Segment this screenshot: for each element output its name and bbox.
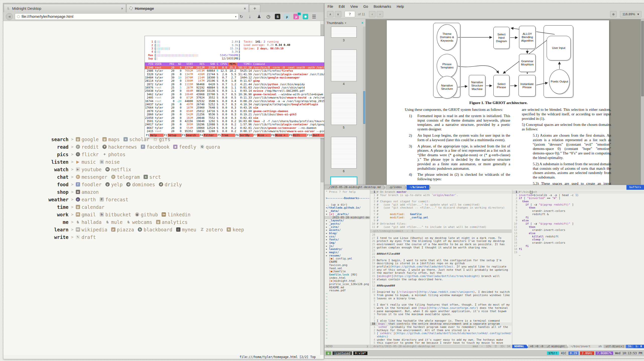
fkey-f1[interactable]: F1Help: [146, 134, 164, 137]
process-row[interactable]: 3320tyler2001347M436M21744S2.65.551:41.5…: [145, 73, 334, 76]
maps-link[interactable]: gmaps: [102, 137, 120, 142]
flashstopper-icon[interactable]: ✱: [303, 14, 308, 19]
drizly-link[interactable]: ddrizly: [159, 182, 182, 187]
process-row[interactable]: 21050tyler200182M206487552S0.00.30:02.43…: [145, 116, 334, 120]
foodler-link[interactable]: ffoodler: [76, 182, 102, 187]
process-row[interactable]: 17664tyler200187M259607648S0.00.30:43.16…: [145, 106, 334, 109]
process-row[interactable]: 28114tyler2001380M147M25196S0.01.80:11.6…: [145, 79, 334, 82]
fkey-f2[interactable]: F2Setup: [164, 134, 181, 137]
url-text[interactable]: file:///home/tyler/homepage.html: [22, 15, 233, 19]
zotero-link[interactable]: Zzotero: [200, 227, 223, 232]
gmail-link[interactable]: Mgmail: [76, 212, 96, 217]
column-header-command[interactable]: Command: [253, 62, 334, 66]
column-header-ni[interactable]: NI: [175, 62, 182, 66]
byobu-logo[interactable]: u: [326, 351, 331, 355]
process-row[interactable]: 24017tyler200305M1929612088S0.00.21:57.9…: [145, 123, 334, 126]
feedly-link[interactable]: ◆feedly: [173, 144, 196, 150]
webcams-link[interactable]: ♞webcams: [126, 219, 152, 225]
tmux-window-0-vim[interactable]: 0:vim*: [353, 351, 367, 355]
process-row[interactable]: 8667tyler200554M1906012524S0.00.20:02.01…: [145, 126, 334, 130]
column-header-pri[interactable]: PRI: [169, 62, 175, 66]
process-row[interactable]: 16744root0-2044800325323508S0.00.40:08.2…: [145, 100, 334, 103]
fkey-f3[interactable]: F3Search: [182, 134, 200, 137]
pdf-scrollbar[interactable]: [641, 19, 644, 185]
calendar-link[interactable]: gcalendar: [76, 204, 105, 210]
url-bar[interactable]: file:///home/tyler/homepage.html ▾: [15, 13, 239, 20]
buffer-tab[interactable]: _/2015-05-28-midnight-desktop.md: [325, 185, 384, 190]
fkey-f8[interactable]: F8Nice +: [271, 134, 289, 137]
earth-link[interactable]: ◉earth: [76, 197, 96, 202]
history-clock-icon[interactable]: ◷: [266, 14, 271, 19]
scrollbar-thumb[interactable]: [363, 91, 365, 124]
menu-item-file[interactable]: File: [328, 5, 333, 9]
messenger-link[interactable]: ➤messenger: [76, 174, 107, 180]
umatrix-icon[interactable]: µ: [284, 14, 290, 19]
sidebar-dropdown-icon[interactable]: ▾: [345, 22, 346, 24]
new-tab-button[interactable]: +: [249, 5, 260, 12]
reload-icon[interactable]: ↻: [240, 14, 243, 19]
back-button[interactable]: ◀: [6, 13, 13, 20]
blackboard-link[interactable]: bblackboard: [138, 227, 172, 232]
quora-link[interactable]: Qquora: [200, 144, 220, 150]
column-header-pid[interactable]: PID: [145, 62, 154, 66]
buffer-tab[interactable]: ~/b/invert: [407, 185, 429, 190]
menu-item-go[interactable]: Go: [363, 5, 368, 9]
column-header-virt[interactable]: VIRT: [182, 62, 194, 66]
fkey-f5[interactable]: F5Tree: [217, 134, 235, 137]
amazon-link[interactable]: aamazon: [76, 189, 99, 195]
page-up-button[interactable]: ∧: [327, 11, 334, 17]
wikipedia-link[interactable]: Wwikipedia: [76, 227, 107, 232]
column-header-shr[interactable]: SHR: [206, 62, 216, 66]
scriptsafe-icon[interactable]: S: [275, 14, 280, 19]
nerdtree-pane[interactable]: " Press ? for help>----------Bookmarks--…: [325, 190, 370, 348]
sidebar-scrollbar[interactable]: [363, 27, 365, 185]
scrollbar-thumb[interactable]: [641, 21, 644, 96]
fkey-f6[interactable]: F6SortBy: [235, 134, 253, 137]
piazza-link[interactable]: ρpiazza: [111, 227, 134, 232]
process-table-header[interactable]: PIDUSERPRINIVIRTRESSHRSCPU%MEM%TIME+Comm…: [145, 62, 334, 66]
process-row[interactable]: 3462tyler2001064M4396815700S0.70.510:36.…: [145, 93, 334, 96]
process-row[interactable]: 24037tyler200497M267405252S0.70.34:10.34…: [145, 103, 334, 106]
thumbnail-page-3[interactable]: [331, 27, 357, 38]
fkey-f10[interactable]: F10Quit: [307, 134, 326, 137]
yelp-link[interactable]: yyelp: [105, 182, 123, 187]
bitbucket-link[interactable]: bbitbucket: [100, 212, 131, 217]
process-row[interactable]: 2860tyler200542M212569536S0.00.30:19.21/…: [145, 113, 334, 116]
facebook-link[interactable]: ffacebook: [141, 144, 170, 150]
column-header-user[interactable]: USER: [154, 62, 169, 66]
flickr-link[interactable]: •flickr: [76, 152, 99, 157]
menu-item-view[interactable]: View: [350, 5, 358, 9]
zoom-fit-icon[interactable]: ⊕: [610, 11, 617, 17]
linkedin-link[interactable]: inlinkedin: [162, 212, 190, 217]
youtube-link[interactable]: ▶youtube: [76, 167, 102, 172]
dominoes-link[interactable]: ddominoes: [126, 182, 155, 187]
sidebar-close-icon[interactable]: ×: [361, 21, 363, 25]
process-row[interactable]: 25838tyler200884M8816033136S0.01.10:03.1…: [145, 89, 334, 93]
process-row[interactable]: 19484tyler39191670M214M18300S0.72.71h04:…: [145, 76, 334, 79]
menu-icon[interactable]: ☰: [312, 14, 316, 20]
srct-link[interactable]: ssrct: [144, 174, 161, 180]
menu-item-edit[interactable]: Edit: [339, 5, 345, 9]
myneu-link[interactable]: ∴myneu: [176, 227, 196, 232]
google-link[interactable]: ggoogle: [76, 137, 99, 142]
column-header-time[interactable]: TIME+: [237, 62, 253, 66]
tab-close-icon[interactable]: ×: [244, 6, 246, 11]
thumbnail-page-6[interactable]: [331, 137, 357, 168]
menu-item-bookmarks[interactable]: Bookmarks: [373, 5, 391, 9]
github-link[interactable]: ggithub: [135, 212, 158, 217]
draft-link[interactable]: ✎draft: [76, 234, 96, 240]
thumbnail-page-4[interactable]: [331, 50, 357, 81]
column-header-res[interactable]: RES: [194, 62, 206, 66]
zoom-level-dropdown[interactable]: 116.89% ▾: [620, 11, 641, 18]
forecast-link[interactable]: Fforecast: [100, 197, 128, 202]
fkey-f7[interactable]: F7Nice -: [253, 134, 271, 137]
pocket-icon[interactable]: ♟: [256, 14, 262, 19]
menu-item-help[interactable]: Help: [397, 5, 404, 9]
photos-link[interactable]: ✦photos: [102, 152, 125, 157]
tab-close-icon[interactable]: ×: [121, 6, 123, 11]
fkey-f4[interactable]: F4Filter: [200, 134, 217, 137]
page-number-input[interactable]: 7: [345, 11, 355, 17]
process-row[interactable]: 2415root20095352188361280S0.00.20:00.17/…: [145, 130, 334, 133]
keep-link[interactable]: kkeep: [227, 227, 244, 232]
ublock-badge-icon[interactable]: µ21: [293, 14, 299, 19]
